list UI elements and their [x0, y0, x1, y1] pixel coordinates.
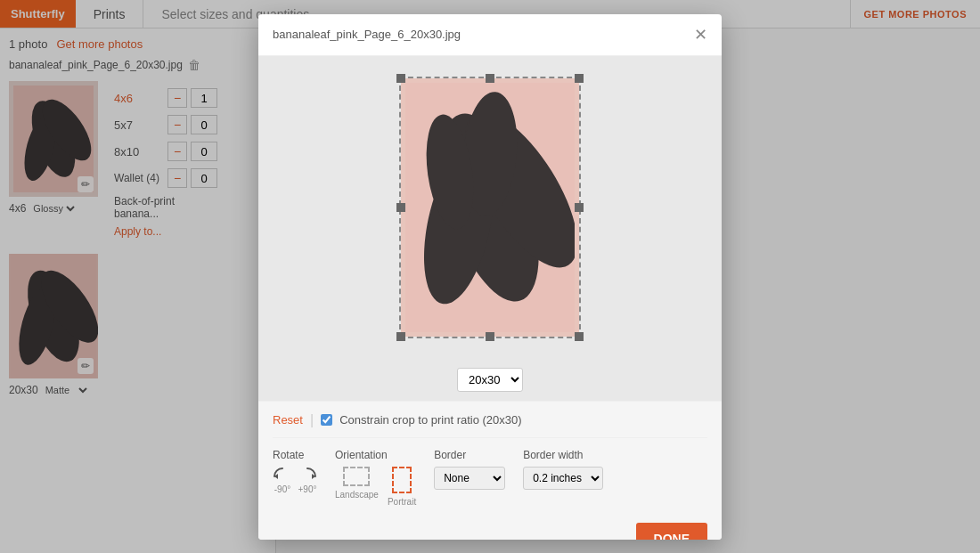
landscape-label: Landscape: [335, 490, 379, 500]
landscape-button[interactable]: Landscape: [335, 467, 379, 507]
portrait-button[interactable]: Portrait: [388, 467, 416, 507]
rotate-ccw-button[interactable]: -90°: [273, 467, 292, 494]
bottom-row: DONE: [273, 516, 707, 540]
crop-handle-mr[interactable]: [575, 203, 584, 212]
rotate-buttons: -90° +90°: [273, 467, 317, 494]
crop-image: [401, 78, 579, 337]
border-width-select[interactable]: 0.2 inches 0.5 inches 1.0 inches: [523, 467, 603, 490]
controls-area: Reset | Constrain crop to print ratio (2…: [258, 401, 722, 540]
done-button[interactable]: DONE: [636, 523, 707, 540]
constrain-checkbox[interactable]: [321, 414, 332, 426]
orientation-label: Orientation: [335, 449, 416, 461]
crop-frame[interactable]: [399, 77, 581, 338]
crop-size-select[interactable]: 20x30 4x6 5x7 8x10: [457, 368, 523, 392]
orientation-group: Orientation Landscape Portrait: [335, 449, 416, 507]
crop-handle-tl[interactable]: [396, 74, 405, 83]
rotate-cw-button[interactable]: +90°: [298, 467, 317, 494]
crop-handle-bl[interactable]: [396, 332, 405, 341]
border-group: Border None White Black: [434, 449, 505, 490]
crop-area[interactable]: [258, 56, 722, 359]
rotate-cw-label: +90°: [298, 484, 317, 494]
rotate-group: Rotate -90°: [273, 449, 317, 494]
modal-close-button[interactable]: ✕: [694, 25, 707, 45]
modal-title: bananaleaf_pink_Page_6_20x30.jpg: [273, 28, 461, 41]
crop-size-row: 20x30 4x6 5x7 8x10: [258, 359, 722, 401]
options-row: Rotate -90°: [273, 449, 707, 507]
crop-handle-tc[interactable]: [486, 74, 494, 83]
rotate-ccw-label: -90°: [274, 484, 290, 494]
border-width-group: Border width 0.2 inches 0.5 inches 1.0 i…: [523, 449, 603, 490]
modal-backdrop: bananaleaf_pink_Page_6_20x30.jpg ✕: [0, 0, 980, 553]
rotate-label: Rotate: [273, 449, 317, 461]
crop-handle-tr[interactable]: [575, 74, 584, 83]
modal-header: bananaleaf_pink_Page_6_20x30.jpg ✕: [258, 14, 722, 56]
border-label: Border: [434, 449, 505, 461]
reset-button[interactable]: Reset: [273, 413, 303, 427]
crop-modal: bananaleaf_pink_Page_6_20x30.jpg ✕: [258, 14, 722, 540]
crop-handle-ml[interactable]: [396, 203, 405, 212]
landscape-icon: [343, 467, 370, 486]
constrain-row: Reset | Constrain crop to print ratio (2…: [273, 412, 707, 438]
border-width-label: Border width: [523, 449, 603, 461]
pipe-divider: |: [310, 412, 314, 428]
portrait-label: Portrait: [388, 497, 416, 507]
crop-handle-br[interactable]: [575, 332, 584, 341]
portrait-icon: [392, 467, 412, 493]
orientation-buttons: Landscape Portrait: [335, 467, 416, 507]
border-select[interactable]: None White Black: [434, 467, 505, 490]
constrain-label: Constrain crop to print ratio (20x30): [339, 413, 521, 427]
crop-handle-bc[interactable]: [486, 332, 494, 341]
